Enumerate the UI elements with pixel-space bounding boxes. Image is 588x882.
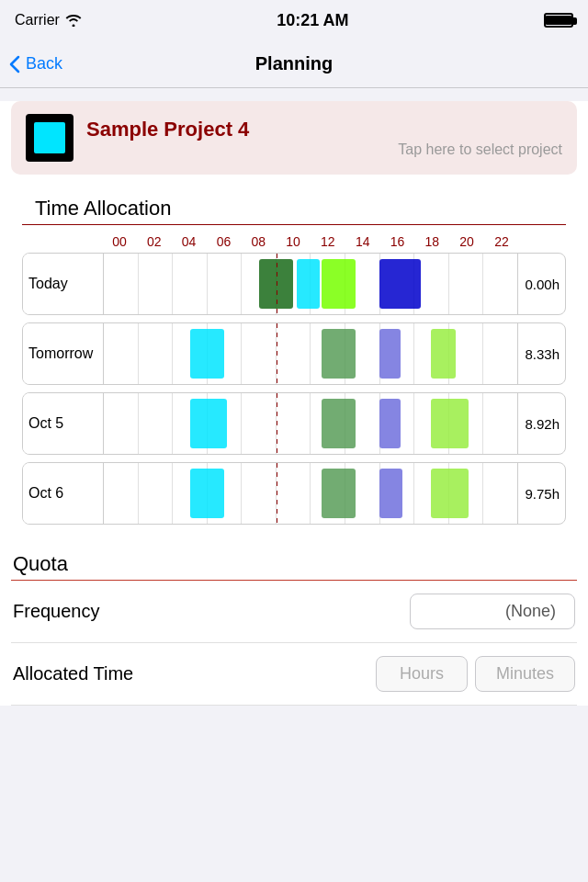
grid-cell bbox=[139, 393, 174, 454]
carrier-label: Carrier bbox=[15, 12, 60, 28]
project-icon bbox=[26, 114, 74, 162]
page-title: Planning bbox=[255, 53, 333, 74]
grid-cell bbox=[173, 254, 208, 314]
row-label: Today bbox=[23, 254, 104, 314]
grid-cell bbox=[139, 254, 174, 314]
time-block bbox=[322, 329, 356, 379]
back-label: Back bbox=[26, 54, 62, 74]
status-bar: Carrier 10:21 AM bbox=[0, 0, 588, 40]
grid-cell bbox=[208, 254, 243, 314]
time-block bbox=[379, 329, 401, 379]
chart-row: Today0.00h bbox=[22, 253, 566, 315]
row-chart-area bbox=[104, 463, 517, 524]
time-block bbox=[379, 469, 402, 518]
quota-title: Quota bbox=[11, 543, 577, 581]
hour-label: 18 bbox=[415, 234, 448, 249]
row-label: Oct 5 bbox=[23, 393, 104, 454]
chart-row: Oct 58.92h bbox=[22, 392, 566, 455]
hour-label: 00 bbox=[103, 234, 136, 249]
time-block bbox=[322, 399, 356, 448]
project-name: Sample Project 4 bbox=[86, 118, 562, 141]
row-label: Tomorrow bbox=[23, 323, 104, 384]
hour-label: 12 bbox=[311, 234, 345, 249]
grid-cell bbox=[242, 323, 277, 384]
project-info: Sample Project 4 Tap here to select proj… bbox=[86, 118, 562, 158]
row-hours-value: 8.33h bbox=[517, 323, 565, 384]
project-hint: Tap here to select project bbox=[86, 141, 562, 158]
chart-rows: Today0.00hTomorrow8.33hOct 58.92hOct 69.… bbox=[22, 253, 566, 525]
time-block bbox=[190, 399, 228, 448]
time-block bbox=[431, 469, 469, 518]
time-allocation-title: Time Allocation bbox=[22, 187, 566, 225]
hours-button[interactable]: Hours bbox=[376, 656, 468, 692]
row-chart-area bbox=[104, 393, 517, 454]
hour-label: 08 bbox=[242, 234, 275, 249]
current-time-line bbox=[277, 323, 278, 384]
time-block bbox=[379, 259, 421, 309]
grid-cell bbox=[104, 463, 139, 524]
quota-section: Quota Frequency (None) Allocated Time Ho… bbox=[0, 543, 588, 706]
nav-bar: Back Planning bbox=[0, 40, 588, 88]
back-button[interactable]: Back bbox=[9, 54, 62, 74]
allocated-time-label: Allocated Time bbox=[13, 663, 376, 684]
row-chart-area bbox=[104, 323, 517, 384]
hour-label: 16 bbox=[381, 234, 414, 249]
hour-label: 02 bbox=[138, 234, 171, 249]
time-block bbox=[322, 259, 356, 309]
current-time-line bbox=[277, 393, 278, 454]
time-buttons: Hours Minutes bbox=[376, 656, 575, 692]
current-time-line bbox=[277, 254, 278, 314]
row-chart-area bbox=[104, 254, 517, 314]
grid-cell bbox=[139, 323, 174, 384]
chevron-left-icon bbox=[9, 55, 20, 74]
hour-labels: 000204060810121416182022 bbox=[103, 234, 518, 249]
grid-cell bbox=[483, 393, 517, 454]
row-hours-value: 9.75h bbox=[517, 463, 565, 524]
grid-cell bbox=[277, 463, 311, 524]
grid-cell bbox=[277, 323, 311, 384]
status-time: 10:21 AM bbox=[277, 11, 348, 30]
time-block bbox=[379, 399, 401, 448]
hour-label: 10 bbox=[277, 234, 310, 249]
main-content: Sample Project 4 Tap here to select proj… bbox=[0, 101, 588, 706]
project-color-swatch bbox=[34, 122, 65, 153]
row-label: Oct 6 bbox=[23, 463, 104, 524]
time-block bbox=[190, 469, 224, 518]
allocated-time-row: Allocated Time Hours Minutes bbox=[11, 643, 577, 706]
wifi-icon bbox=[65, 14, 82, 27]
row-hours-value: 0.00h bbox=[517, 254, 565, 314]
battery-icon bbox=[544, 13, 573, 28]
grid-cell bbox=[242, 393, 277, 454]
grid-cell bbox=[277, 393, 311, 454]
minutes-button[interactable]: Minutes bbox=[475, 656, 575, 692]
current-time-line bbox=[277, 463, 278, 524]
grid-cell bbox=[104, 393, 139, 454]
project-selector[interactable]: Sample Project 4 Tap here to select proj… bbox=[11, 101, 577, 175]
time-block bbox=[190, 329, 224, 379]
frequency-label: Frequency bbox=[13, 601, 410, 622]
time-block bbox=[297, 259, 320, 309]
chart-row: Tomorrow8.33h bbox=[22, 322, 566, 385]
time-block bbox=[431, 329, 456, 379]
grid-cell bbox=[449, 254, 484, 314]
grid-cell bbox=[139, 463, 174, 524]
time-block bbox=[322, 469, 356, 518]
hour-label: 14 bbox=[346, 234, 379, 249]
hour-label: 04 bbox=[173, 234, 206, 249]
grid-cell bbox=[483, 323, 517, 384]
hour-label: 20 bbox=[450, 234, 483, 249]
time-allocation-section: Time Allocation 000204060810121416182022… bbox=[0, 187, 588, 536]
grid-cell bbox=[483, 254, 517, 314]
grid-cell bbox=[104, 323, 139, 384]
grid-cell bbox=[242, 463, 277, 524]
frequency-value[interactable]: (None) bbox=[410, 594, 575, 629]
frequency-row: Frequency (None) bbox=[11, 581, 577, 643]
hour-label: 22 bbox=[485, 234, 518, 249]
chart-row: Oct 69.75h bbox=[22, 462, 566, 525]
time-block bbox=[431, 399, 469, 448]
grid-cell bbox=[483, 463, 517, 524]
chart-container: 000204060810121416182022 Today0.00hTomor… bbox=[11, 225, 577, 536]
row-hours-value: 8.92h bbox=[517, 393, 565, 454]
grid-cell bbox=[104, 254, 139, 314]
hour-label: 06 bbox=[207, 234, 240, 249]
